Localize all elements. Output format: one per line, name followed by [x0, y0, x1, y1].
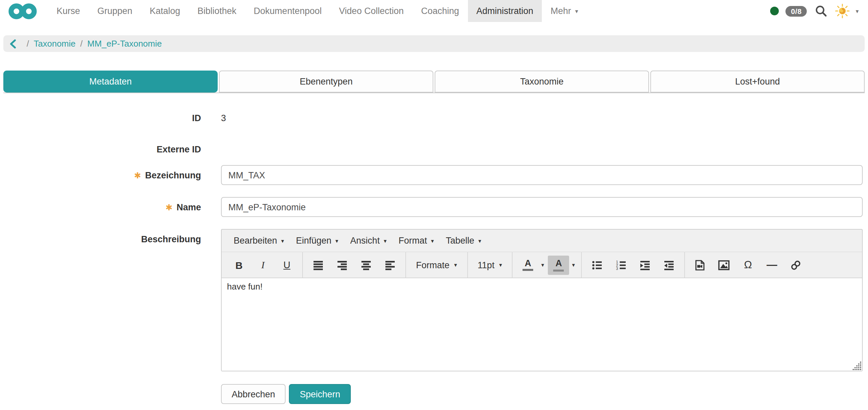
cancel-button[interactable]: Abbrechen	[221, 384, 286, 404]
insert-media-button[interactable]	[689, 256, 711, 274]
special-character-button[interactable]: Ω	[737, 256, 758, 274]
nav-item-label: Katalog	[150, 6, 180, 16]
toolbar-separator	[581, 252, 582, 278]
italic-button[interactable]: I	[252, 256, 274, 274]
chevron-down-icon: ▾	[575, 8, 578, 14]
chevron-down-icon: ▾	[431, 237, 434, 244]
indent-button[interactable]	[634, 256, 655, 274]
main-menu: Kurse Gruppen Katalog Bibliothek Dokumen…	[48, 0, 587, 22]
outdent-button[interactable]	[658, 256, 679, 274]
nav-item-coaching[interactable]: Coaching	[412, 0, 468, 22]
text-color-caret-icon[interactable]: ▾	[541, 261, 544, 268]
assessment-badge[interactable]: 0/8	[786, 6, 807, 16]
search-button[interactable]	[815, 5, 828, 17]
user-menu-caret-icon[interactable]: ▾	[856, 8, 859, 14]
menu-bearbeiten[interactable]: Bearbeiten▾	[228, 235, 290, 246]
toolbar-separator	[405, 252, 406, 278]
nav-item-bibliothek[interactable]: Bibliothek	[189, 0, 245, 22]
editor-resize-handle[interactable]	[853, 361, 861, 370]
fontsize-select[interactable]: 11pt ▾	[472, 256, 507, 274]
save-button[interactable]: Speichern	[289, 384, 351, 404]
bold-button[interactable]: B	[228, 256, 250, 274]
nav-item-label: Mehr	[551, 6, 571, 16]
chevron-down-icon: ▾	[384, 237, 387, 244]
bullet-list-button[interactable]	[586, 256, 608, 274]
name-field[interactable]	[221, 197, 863, 217]
bezeichnung-label: ✱Bezeichnung	[0, 170, 201, 180]
openolat-logo[interactable]	[8, 0, 37, 22]
menu-tabelle[interactable]: Tabelle▾	[440, 235, 487, 246]
presence-status-icon	[771, 7, 779, 15]
nav-item-kurse[interactable]: Kurse	[48, 0, 89, 22]
underline-button[interactable]: U	[276, 256, 298, 274]
background-color-label: A	[556, 259, 562, 268]
required-icon: ✱	[165, 202, 173, 212]
chevron-down-icon: ▾	[281, 237, 284, 244]
nav-item-gruppen[interactable]: Gruppen	[89, 0, 141, 22]
tab-lost-found[interactable]: Lost+found	[650, 70, 865, 93]
image-icon	[718, 260, 730, 270]
page: Kurse Gruppen Katalog Bibliothek Dokumen…	[0, 0, 868, 410]
editor-menubar: Bearbeiten▾ Einfügen▾ Ansicht▾ Format▾ T…	[222, 230, 862, 252]
chevron-down-icon: ▾	[499, 261, 502, 268]
nav-item-label: Kurse	[57, 6, 80, 16]
nav-item-label: Administration	[476, 6, 533, 16]
menu-label: Einfügen	[296, 235, 332, 246]
breadcrumb-back-button[interactable]	[9, 39, 17, 48]
tab-metadaten[interactable]: Metadaten	[3, 70, 218, 93]
richtext-editor: Bearbeiten▾ Einfügen▾ Ansicht▾ Format▾ T…	[221, 229, 863, 371]
nav-item-video-collection[interactable]: Video Collection	[331, 0, 413, 22]
menu-label: Format	[398, 235, 427, 246]
text-color-swatch	[523, 269, 533, 271]
menu-label: Tabelle	[446, 235, 475, 246]
align-justify-icon	[313, 260, 323, 270]
breadcrumb-link-taxonomie[interactable]: Taxonomie	[34, 39, 75, 49]
numbered-list-button[interactable]: 1 2 3	[610, 256, 631, 274]
text-color-label: A	[525, 259, 531, 268]
background-color-caret-icon[interactable]: ▾	[572, 261, 575, 268]
menu-ansicht[interactable]: Ansicht▾	[344, 235, 393, 246]
name-label: ✱Name	[0, 202, 201, 212]
background-color-button[interactable]: A	[548, 255, 569, 275]
align-justify-button[interactable]	[308, 256, 329, 274]
numbered-list-icon: 1 2 3	[615, 260, 626, 270]
nav-item-katalog[interactable]: Katalog	[141, 0, 189, 22]
tab-taxonomie[interactable]: Taxonomie	[435, 70, 649, 93]
media-icon	[695, 259, 705, 271]
beschreibung-editor-content[interactable]: have fun!	[222, 278, 862, 371]
align-center-button[interactable]	[355, 256, 377, 274]
tab-ebenentypen[interactable]: Ebenentypen	[219, 70, 433, 93]
insert-image-button[interactable]	[713, 256, 735, 274]
nav-item-label: Dokumentenpool	[254, 6, 321, 16]
horizontal-rule-button[interactable]: —	[761, 256, 782, 274]
align-left-button[interactable]	[379, 256, 401, 274]
text-color-button[interactable]: A	[517, 256, 538, 274]
nav-item-label: Bibliothek	[197, 6, 236, 16]
align-right-button[interactable]	[332, 256, 353, 274]
breadcrumb-link-current[interactable]: MM_eP-Taxonomie	[87, 39, 162, 49]
metadata-form: ID 3 Externe ID ✱Bezeichnung ✱Name Besch…	[0, 113, 868, 404]
external-id-label: Externe ID	[0, 145, 201, 154]
outdent-icon	[663, 260, 674, 270]
form-row-name: ✱Name	[0, 197, 863, 217]
form-row-beschreibung: Beschreibung Bearbeiten▾ Einfügen▾ Ansic…	[0, 229, 863, 371]
user-avatar[interactable]	[834, 3, 851, 19]
nav-item-administration[interactable]: Administration	[468, 0, 542, 22]
indent-icon	[639, 260, 650, 270]
insert-link-button[interactable]	[785, 256, 806, 274]
nav-item-mehr[interactable]: Mehr ▾	[542, 0, 587, 22]
menu-label: Bearbeiten	[234, 235, 277, 246]
nav-item-label: Video Collection	[339, 6, 404, 16]
form-row-id: ID 3	[0, 113, 863, 123]
formats-select[interactable]: Formate ▾	[411, 256, 462, 274]
menu-einfuegen[interactable]: Einfügen▾	[290, 235, 344, 246]
align-right-icon	[337, 260, 347, 270]
nav-item-dokumentenpool[interactable]: Dokumentenpool	[245, 0, 330, 22]
id-label: ID	[0, 113, 201, 123]
menu-format[interactable]: Format▾	[393, 235, 440, 246]
toolbar-separator	[467, 252, 468, 278]
nav-right-cluster: 0/8	[771, 0, 868, 22]
name-label-text: Name	[176, 202, 201, 212]
bezeichnung-field[interactable]	[221, 165, 863, 185]
bullet-list-icon	[591, 260, 602, 270]
